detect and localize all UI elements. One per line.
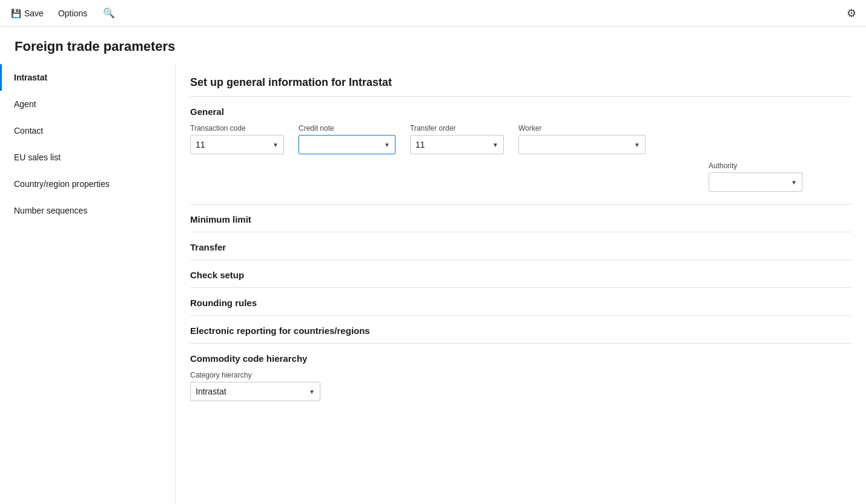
toolbar: 💾 Save Options 🔍 ⚙: [0, 0, 866, 27]
sidebar-item-label: EU sales list: [14, 152, 61, 162]
category-hierarchy-group: Category hierarchy Intrastat ▼: [190, 371, 320, 401]
section-check-setup: Check setup: [190, 260, 851, 287]
electronic-reporting-title[interactable]: Electronic reporting for countries/regio…: [190, 316, 851, 343]
section-minimum-limit: Minimum limit: [190, 204, 851, 232]
transaction-code-group: Transaction code 11 ▼: [190, 124, 284, 154]
authority-label: Authority: [709, 162, 802, 170]
section-transfer: Transfer: [190, 232, 851, 260]
sidebar-item-label: Number sequences: [14, 206, 87, 215]
rounding-rules-title[interactable]: Rounding rules: [190, 288, 851, 315]
transfer-order-select[interactable]: 11 ▼: [410, 135, 504, 154]
authority-value: [714, 177, 786, 187]
sidebar-item-country-region[interactable]: Country/region properties: [0, 171, 175, 197]
save-icon: 💾: [11, 8, 21, 18]
general-section-title[interactable]: General: [190, 97, 851, 124]
worker-label: Worker: [518, 124, 646, 133]
settings-button[interactable]: ⚙: [842, 4, 861, 22]
main-content: Set up general information for Intrastat…: [176, 64, 866, 504]
credit-note-select[interactable]: ▼: [299, 135, 395, 154]
commodity-code-title[interactable]: Commodity code hierarchy: [190, 344, 851, 371]
sidebar-item-label: Intrastat: [14, 73, 47, 82]
sidebar: Intrastat Agent Contact EU sales list Co…: [0, 64, 176, 504]
sidebar-item-contact[interactable]: Contact: [0, 117, 175, 144]
category-hierarchy-value: Intrastat: [196, 387, 304, 396]
transfer-order-label: Transfer order: [410, 124, 504, 133]
search-area: 🔍: [98, 5, 120, 21]
section-electronic-reporting: Electronic reporting for countries/regio…: [190, 315, 851, 343]
sidebar-item-label: Contact: [14, 126, 43, 136]
category-hierarchy-arrow: ▼: [309, 388, 315, 395]
credit-note-arrow: ▼: [384, 142, 390, 148]
general-fields-row: Transaction code 11 ▼ Credit note ▼: [190, 124, 851, 166]
credit-note-value: [304, 140, 379, 149]
save-label: Save: [24, 8, 44, 18]
page-title: Foreign trade parameters: [0, 27, 866, 64]
credit-note-label: Credit note: [299, 124, 395, 133]
sidebar-item-intrastat[interactable]: Intrastat: [0, 64, 175, 91]
toolbar-right: ⚙: [842, 4, 861, 22]
authority-arrow: ▼: [791, 179, 797, 186]
search-button[interactable]: 🔍: [98, 5, 120, 21]
transaction-code-label: Transaction code: [190, 124, 284, 133]
worker-value: [524, 140, 629, 149]
credit-note-group: Credit note ▼: [299, 124, 395, 154]
worker-arrow: ▼: [634, 142, 640, 148]
check-setup-title[interactable]: Check setup: [190, 260, 851, 287]
transaction-code-arrow: ▼: [273, 142, 279, 148]
worker-select[interactable]: ▼: [518, 135, 646, 154]
options-button[interactable]: Options: [52, 6, 93, 21]
page-container: Foreign trade parameters Intrastat Agent…: [0, 27, 866, 504]
sidebar-item-label: Country/region properties: [14, 179, 110, 189]
transfer-order-group: Transfer order 11 ▼: [410, 124, 504, 154]
transaction-code-select[interactable]: 11 ▼: [190, 135, 284, 154]
sidebar-item-eu-sales-list[interactable]: EU sales list: [0, 144, 175, 171]
minimum-limit-title[interactable]: Minimum limit: [190, 205, 851, 232]
transfer-order-arrow: ▼: [492, 142, 498, 148]
section-commodity-code: Commodity code hierarchy Category hierar…: [190, 343, 851, 413]
sidebar-item-number-sequences[interactable]: Number sequences: [0, 197, 175, 224]
settings-icon: ⚙: [847, 7, 856, 19]
transaction-code-value: 11: [196, 140, 268, 149]
authority-group: Authority ▼: [709, 162, 802, 192]
sidebar-item-agent[interactable]: Agent: [0, 91, 175, 117]
section-rounding-rules: Rounding rules: [190, 287, 851, 315]
authority-fields-row: Authority ▼: [190, 162, 851, 204]
section-general: General Transaction code 11 ▼ Credit not…: [190, 96, 851, 204]
category-hierarchy-label: Category hierarchy: [190, 371, 320, 379]
worker-group: Worker ▼: [518, 124, 646, 154]
options-label: Options: [58, 8, 87, 18]
category-hierarchy-select[interactable]: Intrastat ▼: [190, 382, 320, 401]
save-button[interactable]: 💾 Save: [5, 6, 50, 21]
search-icon: 🔍: [103, 8, 115, 18]
authority-select[interactable]: ▼: [709, 172, 802, 192]
commodity-fields-row: Category hierarchy Intrastat ▼: [190, 371, 851, 413]
content-area: Intrastat Agent Contact EU sales list Co…: [0, 64, 866, 504]
sidebar-item-label: Agent: [14, 99, 36, 109]
transfer-title[interactable]: Transfer: [190, 232, 851, 260]
transfer-order-value: 11: [415, 140, 488, 149]
section-header: Set up general information for Intrastat: [190, 64, 851, 96]
